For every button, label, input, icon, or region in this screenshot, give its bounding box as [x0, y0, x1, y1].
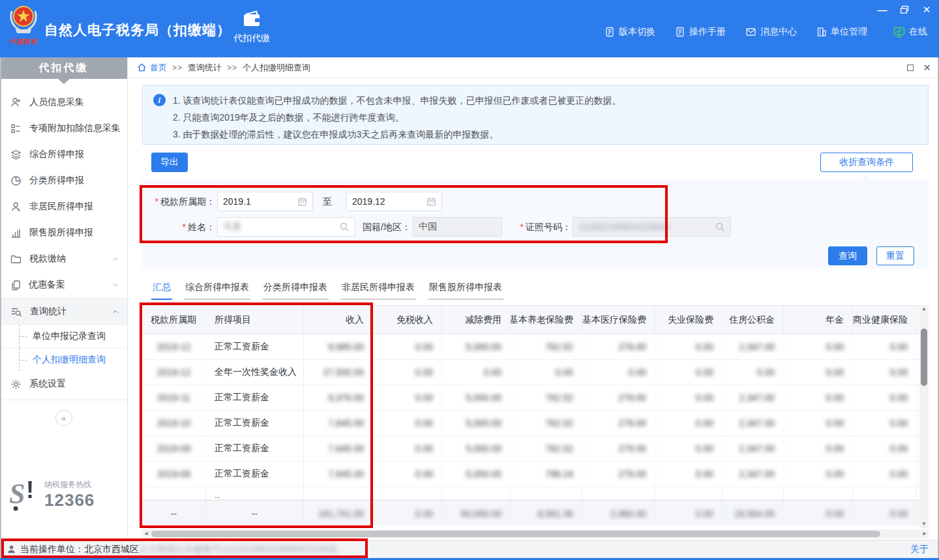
table-cell: 279.00 — [582, 462, 655, 486]
table-cell: 正常工资薪金 — [206, 462, 304, 486]
column-header-8: 住房公积金 — [723, 306, 784, 334]
column-header-2: 收入 — [304, 306, 373, 334]
header-menu-item-2[interactable]: 消息中心 — [745, 26, 797, 38]
tab-3[interactable]: 非居民所得申报表 — [340, 279, 416, 300]
table-cell: 5,000.00 — [442, 334, 511, 359]
scroll-up-icon[interactable]: ▲ — [919, 305, 929, 313]
sidebar-subitem-0[interactable]: 单位申报记录查询 — [0, 324, 127, 347]
table-cell: 0.00 — [655, 334, 723, 359]
about-link[interactable]: 关于 — [910, 544, 929, 555]
sidebar-item-4[interactable]: 非居民所得申报 — [0, 194, 127, 220]
module-nav-withholding[interactable]: 代扣代缴 — [228, 10, 275, 44]
table-cell: 762.52 — [511, 436, 582, 461]
table-cell: 2019-12 — [142, 360, 206, 385]
tab-0[interactable]: 汇总 — [151, 279, 172, 300]
table-cell: 2,347.00 — [723, 334, 784, 359]
name-input[interactable]: 马某 — [217, 217, 355, 237]
period-label: *税款所属期： — [142, 196, 215, 208]
table-cell: 9,376.00 — [304, 385, 373, 410]
table-cell: 798.24 — [511, 462, 582, 486]
header-menu-item-3[interactable]: 单位管理 — [816, 26, 867, 38]
table-cell: 2019-10 — [142, 411, 206, 435]
table-header-row: 税款所属期所得项目收入免税收入减除费用基本养老保险费基本医疗保险费失业保险费住房… — [142, 306, 919, 334]
sidebar-item-3[interactable]: 分类所得申报 — [0, 168, 127, 194]
table-cell: -- — [206, 501, 304, 525]
search-icon[interactable] — [339, 222, 350, 232]
window-controls: — ✕ — [876, 4, 932, 16]
sidebar-subitem-1[interactable]: 个人扣缴明细查询 — [0, 347, 127, 371]
table-cell: 0.00 — [853, 462, 917, 486]
scroll-left-icon[interactable]: ◄ — [142, 529, 150, 538]
horizontal-scrollbar[interactable]: ◄ ► — [142, 529, 929, 538]
table-cell: 279.00 — [582, 385, 655, 410]
hotline-headset-icon: S ! — [9, 477, 39, 512]
table-cell — [511, 487, 582, 500]
table-cell: 0.00 — [784, 360, 853, 385]
sidebar-item-label: 分类所得申报 — [29, 175, 84, 186]
header-menu-item-0[interactable]: 版本切换 — [604, 26, 655, 38]
result-tabs: 汇总综合所得申报表分类所得申报表非居民所得申报表限售股所得申报表 — [151, 279, 503, 300]
online-icon — [893, 27, 905, 38]
collapse-query-button[interactable]: 收折查询条件 — [820, 153, 913, 172]
export-button[interactable]: 导出 — [151, 153, 188, 172]
tab-2[interactable]: 分类所得申报表 — [262, 279, 329, 300]
query-button[interactable]: 查询 — [828, 246, 867, 265]
tab-4[interactable]: 限售股所得申报表 — [428, 279, 503, 300]
table-cell — [655, 487, 723, 500]
restore-button[interactable] — [899, 4, 910, 16]
sidebar-item-7[interactable]: 优惠备案 — [0, 272, 127, 298]
reset-button[interactable]: 重置 — [876, 246, 914, 265]
table-cell: 0.00 — [853, 360, 917, 385]
vertical-scrollbar[interactable]: ▲ ▼ — [919, 305, 929, 528]
minimize-button[interactable]: — — [876, 4, 888, 16]
sidebar-collapse-button[interactable]: « — [55, 409, 72, 426]
table-cell: 0.00 — [784, 462, 853, 486]
sidebar-item-8[interactable]: 查询统计 — [0, 298, 127, 324]
breadcrumb-item-current: 个人扣缴明细查询 — [243, 62, 310, 74]
sidebar-item-label: 税款缴纳 — [29, 253, 66, 265]
table-cell: 0.00 — [853, 436, 917, 461]
sidebar-item-0[interactable]: 人员信息采集 — [0, 89, 127, 115]
info-icon: i — [153, 94, 166, 106]
header-menu-item-1[interactable]: 操作手册 — [675, 26, 726, 38]
header-menu-label: 消息中心 — [760, 26, 797, 38]
table-row-partial: .. — [142, 487, 919, 500]
sidebar-item-1[interactable]: 专项附加扣除信息采集 — [0, 115, 127, 141]
scroll-down-icon[interactable]: ▼ — [919, 520, 929, 528]
period-from-input[interactable]: 2019.1 — [217, 192, 313, 211]
calendar-icon[interactable] — [297, 197, 307, 207]
horizontal-scroll-thumb[interactable] — [151, 531, 880, 537]
table-row-4: 2019-09正常工资薪金7,645.000.005,000.00762.522… — [142, 436, 919, 462]
tab-1[interactable]: 综合所得申报表 — [184, 279, 250, 300]
id-number-input[interactable]: 110502199904220843 — [573, 217, 731, 237]
emblem-caption: 中国税务 — [5, 37, 42, 46]
mail-icon — [745, 27, 756, 37]
sidebar-item-label: 综合所得申报 — [29, 149, 84, 160]
table-cell — [853, 487, 917, 500]
sidebar-item-label: 查询统计 — [30, 306, 67, 317]
breadcrumb-home[interactable]: 首页 — [150, 62, 167, 74]
sidebar: 代扣代缴 人员信息采集专项附加扣除信息采集综合所得申报分类所得申报非居民所得申报… — [0, 57, 128, 540]
calendar-icon[interactable] — [426, 197, 436, 207]
list-icon — [10, 123, 22, 134]
chevron-down-icon — [112, 281, 119, 289]
table-cell: .. — [206, 487, 304, 500]
period-to-input[interactable]: 2019.12 — [346, 192, 442, 211]
table-cell: 0.00 — [853, 411, 917, 435]
pane-maximize-icon[interactable] — [907, 65, 914, 71]
pane-close-icon[interactable]: ✕ — [923, 62, 931, 74]
table-cell: 0.00 — [373, 436, 442, 461]
sidebar-item-2[interactable]: 综合所得申报 — [0, 141, 127, 168]
table-cell: 2,347.00 — [723, 462, 784, 486]
bar-chart-icon — [10, 228, 22, 239]
search-icon[interactable] — [715, 222, 725, 232]
scroll-right-icon[interactable]: ► — [921, 529, 929, 538]
sidebar-item-5[interactable]: 限售股所得申报 — [0, 220, 127, 246]
breadcrumb-separator: >> — [172, 63, 183, 72]
table-cell: 2019-08 — [142, 462, 206, 486]
sidebar-item-6[interactable]: 税款缴纳 — [0, 246, 127, 272]
chevron-up-icon — [112, 308, 119, 316]
vertical-scroll-thumb[interactable] — [921, 329, 927, 386]
close-button[interactable]: ✕ — [921, 4, 932, 16]
sidebar-item-9[interactable]: 系统设置 — [0, 371, 127, 397]
